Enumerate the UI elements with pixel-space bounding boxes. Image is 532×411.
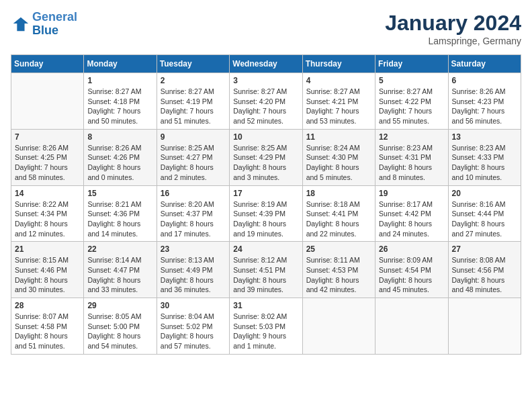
- day-number: 14: [15, 189, 80, 198]
- day-number: 1: [87, 76, 152, 85]
- calendar-cell: 1 Sunrise: 8:27 AMSunset: 4:18 PMDayligh…: [84, 73, 157, 130]
- day-header-sunday: Sunday: [11, 55, 84, 73]
- day-info: Sunrise: 8:18 AMSunset: 4:41 PMDaylight:…: [306, 199, 371, 239]
- day-number: 21: [15, 244, 80, 254]
- calendar-week-3: 14 Sunrise: 8:22 AMSunset: 4:34 PMDaylig…: [11, 185, 521, 242]
- day-info: Sunrise: 8:13 AMSunset: 4:49 PMDaylight:…: [161, 255, 226, 295]
- calendar-week-2: 7 Sunrise: 8:26 AMSunset: 4:25 PMDayligh…: [11, 129, 521, 185]
- day-number: 7: [15, 132, 80, 142]
- calendar-cell: 17 Sunrise: 8:19 AMSunset: 4:39 PMDaylig…: [230, 185, 302, 242]
- calendar-cell: 25 Sunrise: 8:11 AMSunset: 4:53 PMDaylig…: [302, 242, 375, 298]
- calendar-cell: 5 Sunrise: 8:27 AMSunset: 4:22 PMDayligh…: [375, 73, 448, 130]
- day-header-wednesday: Wednesday: [230, 55, 302, 73]
- day-info: Sunrise: 8:25 AMSunset: 4:27 PMDaylight:…: [161, 143, 226, 183]
- day-info: Sunrise: 8:17 AMSunset: 4:42 PMDaylight:…: [379, 199, 444, 239]
- day-number: 30: [161, 301, 226, 310]
- day-number: 24: [233, 244, 298, 254]
- day-number: 2: [161, 76, 226, 85]
- logo-text: General Blue: [32, 11, 77, 38]
- day-number: 9: [161, 132, 226, 142]
- calendar-cell: [302, 298, 375, 355]
- calendar-cell: 6 Sunrise: 8:26 AMSunset: 4:23 PMDayligh…: [448, 73, 521, 130]
- calendar-header-row: SundayMondayTuesdayWednesdayThursdayFrid…: [11, 55, 521, 73]
- calendar-cell: 3 Sunrise: 8:27 AMSunset: 4:20 PMDayligh…: [230, 73, 302, 130]
- day-info: Sunrise: 8:26 AMSunset: 4:25 PMDaylight:…: [15, 143, 80, 183]
- day-number: 5: [379, 76, 444, 85]
- calendar-cell: 20 Sunrise: 8:16 AMSunset: 4:44 PMDaylig…: [448, 185, 521, 242]
- calendar-cell: 29 Sunrise: 8:05 AMSunset: 5:00 PMDaylig…: [84, 298, 157, 355]
- day-info: Sunrise: 8:07 AMSunset: 4:58 PMDaylight:…: [15, 312, 80, 351]
- day-number: 31: [233, 301, 298, 310]
- calendar-week-1: 1 Sunrise: 8:27 AMSunset: 4:18 PMDayligh…: [11, 73, 521, 130]
- calendar-cell: 30 Sunrise: 8:04 AMSunset: 5:02 PMDaylig…: [157, 298, 229, 355]
- calendar-cell: 26 Sunrise: 8:09 AMSunset: 4:54 PMDaylig…: [375, 242, 448, 298]
- calendar-title: January 2024: [385, 11, 521, 36]
- day-info: Sunrise: 8:27 AMSunset: 4:21 PMDaylight:…: [306, 87, 371, 126]
- calendar-cell: 2 Sunrise: 8:27 AMSunset: 4:19 PMDayligh…: [157, 73, 229, 130]
- calendar-cell: 22 Sunrise: 8:14 AMSunset: 4:47 PMDaylig…: [84, 242, 157, 298]
- day-number: 11: [306, 132, 371, 142]
- day-number: 22: [87, 244, 152, 254]
- day-info: Sunrise: 8:15 AMSunset: 4:46 PMDaylight:…: [15, 255, 80, 295]
- day-info: Sunrise: 8:20 AMSunset: 4:37 PMDaylight:…: [161, 199, 226, 239]
- calendar-cell: 31 Sunrise: 8:02 AMSunset: 5:03 PMDaylig…: [230, 298, 302, 355]
- day-header-monday: Monday: [84, 55, 157, 73]
- day-info: Sunrise: 8:21 AMSunset: 4:36 PMDaylight:…: [87, 199, 152, 239]
- calendar-cell: 14 Sunrise: 8:22 AMSunset: 4:34 PMDaylig…: [11, 185, 84, 242]
- calendar-cell: [448, 298, 521, 355]
- calendar-cell: 18 Sunrise: 8:18 AMSunset: 4:41 PMDaylig…: [302, 185, 375, 242]
- calendar-week-5: 28 Sunrise: 8:07 AMSunset: 4:58 PMDaylig…: [11, 298, 521, 355]
- calendar-cell: 12 Sunrise: 8:23 AMSunset: 4:31 PMDaylig…: [375, 129, 448, 185]
- calendar-cell: 19 Sunrise: 8:17 AMSunset: 4:42 PMDaylig…: [375, 185, 448, 242]
- logo-icon: [11, 15, 30, 34]
- calendar-cell: 24 Sunrise: 8:12 AMSunset: 4:51 PMDaylig…: [230, 242, 302, 298]
- day-info: Sunrise: 8:24 AMSunset: 4:30 PMDaylight:…: [306, 143, 371, 183]
- day-number: 27: [452, 244, 517, 254]
- calendar-cell: 13 Sunrise: 8:23 AMSunset: 4:33 PMDaylig…: [448, 129, 521, 185]
- day-info: Sunrise: 8:23 AMSunset: 4:31 PMDaylight:…: [379, 143, 444, 183]
- day-number: 4: [306, 76, 371, 85]
- calendar-cell: 9 Sunrise: 8:25 AMSunset: 4:27 PMDayligh…: [157, 129, 229, 185]
- day-info: Sunrise: 8:04 AMSunset: 5:02 PMDaylight:…: [161, 312, 226, 351]
- calendar-cell: [11, 73, 84, 130]
- day-info: Sunrise: 8:11 AMSunset: 4:53 PMDaylight:…: [306, 255, 371, 295]
- calendar-table: SundayMondayTuesdayWednesdayThursdayFrid…: [11, 54, 521, 355]
- day-header-thursday: Thursday: [302, 55, 375, 73]
- day-info: Sunrise: 8:08 AMSunset: 4:56 PMDaylight:…: [452, 255, 517, 295]
- day-info: Sunrise: 8:22 AMSunset: 4:34 PMDaylight:…: [15, 199, 80, 239]
- day-info: Sunrise: 8:12 AMSunset: 4:51 PMDaylight:…: [233, 255, 298, 295]
- day-info: Sunrise: 8:09 AMSunset: 4:54 PMDaylight:…: [379, 255, 444, 295]
- day-number: 8: [87, 132, 152, 142]
- calendar-cell: 7 Sunrise: 8:26 AMSunset: 4:25 PMDayligh…: [11, 129, 84, 185]
- calendar-cell: 16 Sunrise: 8:20 AMSunset: 4:37 PMDaylig…: [157, 185, 229, 242]
- calendar-subtitle: Lamspringe, Germany: [385, 36, 521, 46]
- day-number: 18: [306, 189, 371, 198]
- day-info: Sunrise: 8:26 AMSunset: 4:26 PMDaylight:…: [87, 143, 152, 183]
- day-number: 19: [379, 189, 444, 198]
- day-info: Sunrise: 8:02 AMSunset: 5:03 PMDaylight:…: [233, 312, 298, 351]
- calendar-cell: 8 Sunrise: 8:26 AMSunset: 4:26 PMDayligh…: [84, 129, 157, 185]
- calendar-week-4: 21 Sunrise: 8:15 AMSunset: 4:46 PMDaylig…: [11, 242, 521, 298]
- day-number: 28: [15, 301, 80, 310]
- calendar-cell: [375, 298, 448, 355]
- calendar-cell: 23 Sunrise: 8:13 AMSunset: 4:49 PMDaylig…: [157, 242, 229, 298]
- day-info: Sunrise: 8:27 AMSunset: 4:22 PMDaylight:…: [379, 87, 444, 126]
- day-number: 26: [379, 244, 444, 254]
- day-info: Sunrise: 8:05 AMSunset: 5:00 PMDaylight:…: [87, 312, 152, 351]
- day-number: 15: [87, 189, 152, 198]
- day-info: Sunrise: 8:16 AMSunset: 4:44 PMDaylight:…: [452, 199, 517, 239]
- day-info: Sunrise: 8:26 AMSunset: 4:23 PMDaylight:…: [452, 87, 517, 126]
- day-info: Sunrise: 8:23 AMSunset: 4:33 PMDaylight:…: [452, 143, 517, 183]
- day-number: 13: [452, 132, 517, 142]
- day-number: 20: [452, 189, 517, 198]
- day-number: 17: [233, 189, 298, 198]
- day-number: 25: [306, 244, 371, 254]
- calendar-cell: 11 Sunrise: 8:24 AMSunset: 4:30 PMDaylig…: [302, 129, 375, 185]
- day-info: Sunrise: 8:14 AMSunset: 4:47 PMDaylight:…: [87, 255, 152, 295]
- calendar-body: 1 Sunrise: 8:27 AMSunset: 4:18 PMDayligh…: [11, 73, 521, 355]
- day-info: Sunrise: 8:27 AMSunset: 4:19 PMDaylight:…: [161, 87, 226, 126]
- calendar-cell: 27 Sunrise: 8:08 AMSunset: 4:56 PMDaylig…: [448, 242, 521, 298]
- calendar-cell: 28 Sunrise: 8:07 AMSunset: 4:58 PMDaylig…: [11, 298, 84, 355]
- day-info: Sunrise: 8:25 AMSunset: 4:29 PMDaylight:…: [233, 143, 298, 183]
- day-number: 16: [161, 189, 226, 198]
